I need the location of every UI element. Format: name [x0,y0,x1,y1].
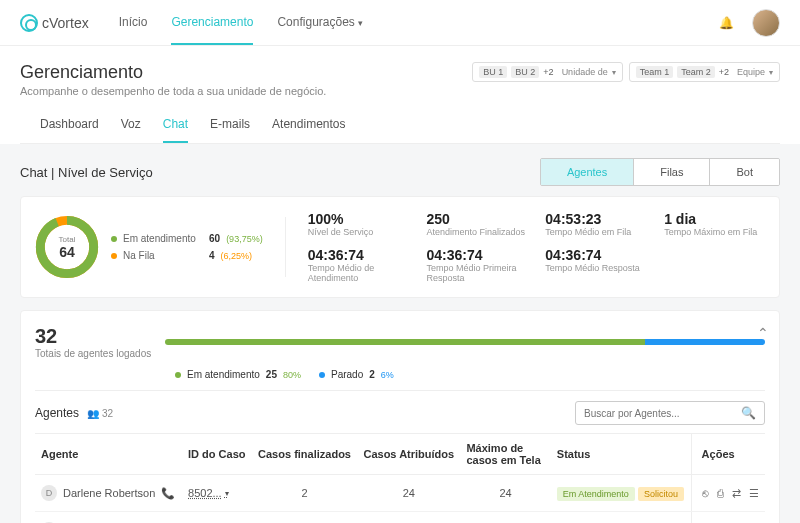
th-agente[interactable]: Agente [35,434,182,475]
filter-more: +2 [719,67,729,77]
kpi-value: 04:53:23 [545,211,646,227]
kpi-label: Tempo Médio em Fila [545,227,646,237]
action-list-icon[interactable]: ☰ [749,487,759,500]
avatar-initial: D [41,485,57,501]
filter-chip: BU 1 [479,66,507,78]
agents-total: 32 [35,325,151,348]
legend-label: Parado [331,369,363,380]
page-title: Gerenciamento [20,62,326,83]
filter-business-unit[interactable]: BU 1 BU 2 +2 Unidade de ▾ [472,62,622,82]
logo-icon [20,14,38,32]
chevron-down-icon: ▾ [612,68,616,77]
tab-label: Atendimentos [272,117,345,131]
legend-value: 4 [209,250,215,261]
kpi-label: Tempo Médio Primeira Resposta [426,263,527,283]
table-count: 32 [102,408,113,419]
tab-voz[interactable]: Voz [121,107,141,143]
legend-value: 60 [209,233,220,244]
seg-bot[interactable]: Bot [710,159,779,185]
status-badge: Solicitou [638,487,684,501]
th-assigned[interactable]: Casos Atribuídos [357,434,460,475]
page-subtitle: Acompanhe o desempenho de toda a sua uni… [20,85,326,97]
legend-pct: (93,75%) [226,234,263,244]
tab-label: Dashboard [40,117,99,131]
tab-dashboard[interactable]: Dashboard [40,107,99,143]
tab-label: E-mails [210,117,250,131]
search-icon: 🔍 [741,406,756,420]
action-transfer-icon[interactable]: ⇄ [732,487,741,500]
action-exit-icon[interactable]: ⎋ [702,487,709,500]
seg-label: Bot [736,166,753,178]
th-caseid[interactable]: ID do Caso [182,434,252,475]
legend-label: Na Fila [123,250,203,261]
legend-value: 25 [266,369,277,380]
cell-max: 28 [460,512,550,524]
dot-icon [111,253,117,259]
users-icon: 👥 [87,408,99,419]
tab-atendimentos[interactable]: Atendimentos [272,107,345,143]
seg-filas[interactable]: Filas [634,159,710,185]
donut-chart: Total 64 [35,215,99,279]
nav-gerenciamento[interactable]: Gerenciamento [171,1,253,45]
dot-icon [175,372,181,378]
section-title: Chat | Nível de Serviço [20,165,153,180]
nav-inicio[interactable]: Início [119,1,148,45]
tab-chat[interactable]: Chat [163,107,188,143]
kpi-value: 100% [308,211,409,227]
search-input[interactable] [584,408,741,419]
legend-pct: 6% [381,370,394,380]
case-id-link[interactable]: 8502...▾ [188,487,246,499]
tab-emails[interactable]: E-mails [210,107,250,143]
filter-label: Equipe [737,67,765,77]
brand-logo[interactable]: cVortex [20,14,89,32]
nav-label: Gerenciamento [171,15,253,29]
cell-finished: 4 [252,512,357,524]
cell-assigned: 28 [357,512,460,524]
th-actions[interactable]: Ações [691,434,765,475]
kpi-label: Tempo Médio Resposta [545,263,646,273]
kpi-value: 04:36:74 [308,247,409,263]
chevron-down-icon: ▾ [769,68,773,77]
donut-total-value: 64 [59,244,76,260]
th-finished[interactable]: Casos finalizados [252,434,357,475]
filter-team[interactable]: Team 1 Team 2 +2 Equipe ▾ [629,62,780,82]
chevron-down-icon: ▾ [358,18,363,28]
notifications-icon[interactable]: 🔔 [719,16,734,30]
action-print-icon[interactable]: ⎙ [717,487,724,500]
legend-pct: 80% [283,370,301,380]
user-avatar[interactable] [752,9,780,37]
cell-assigned: 24 [357,475,460,512]
collapse-icon[interactable]: ⌃ [757,325,769,341]
table-row: D Darlene Robertson 📞 8502...▾ 2 24 24 E… [35,475,765,512]
phone-icon[interactable]: 📞 [161,487,175,500]
dot-icon [319,372,325,378]
tab-label: Chat [163,117,188,131]
table-title: Agentes [35,406,79,420]
legend-value: 2 [369,369,375,380]
th-status[interactable]: Status [551,434,691,475]
nav-label: Início [119,15,148,29]
dot-icon [111,236,117,242]
nav-configuracoes[interactable]: Configurações▾ [277,1,362,45]
chevron-down-icon: ▾ [225,489,229,498]
seg-label: Filas [660,166,683,178]
kpi-label: Nível de Serviço [308,227,409,237]
cell-max: 24 [460,475,550,512]
kpi-tmpr: 04:36:74Tempo Médio Primeira Resposta [426,247,527,283]
brand-name: cVortex [42,15,89,31]
legend-label: Em atendimento [123,233,203,244]
kpi-value: 250 [426,211,527,227]
legend-pct: (6,25%) [221,251,253,261]
kpi-tma: 04:36:74Tempo Médio de Atendimento [308,247,409,283]
th-max[interactable]: Máximo de casos em Tela [460,434,550,475]
metrics-card: Total 64 Em atendimento 60 (93,75%) Na F… [20,196,780,298]
tab-label: Voz [121,117,141,131]
kpi-tmr: 04:36:74Tempo Médio Resposta [545,247,646,283]
kpi-label: Tempo Máximo em Fila [664,227,765,237]
seg-agentes[interactable]: Agentes [541,159,634,185]
kpi-label: Tempo Médio de Atendimento [308,263,409,283]
kpi-tmf: 04:53:23Tempo Médio em Fila [545,211,646,237]
cell-finished: 2 [252,475,357,512]
status-badge: Em Atendimento [557,487,635,501]
search-agents[interactable]: 🔍 [575,401,765,425]
